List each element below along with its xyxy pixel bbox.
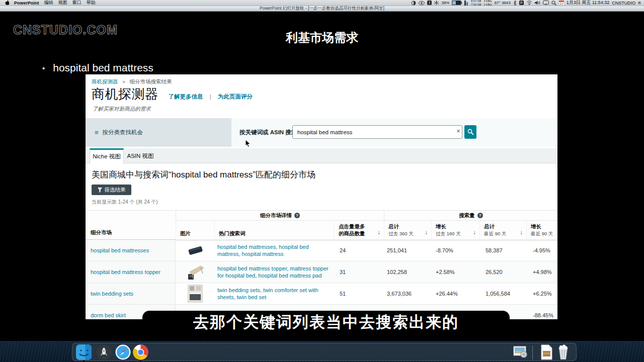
spotlight-search-icon[interactable]	[551, 1, 556, 6]
user-account-menu[interactable]: CNSTUDIO	[612, 1, 635, 6]
search-button[interactable]	[464, 125, 476, 139]
battery-icon[interactable]	[452, 1, 462, 5]
chrome-dock-icon[interactable]	[133, 344, 148, 360]
preview-dock-icon[interactable]	[513, 344, 528, 360]
sort-arrow-icon[interactable]: ↓	[520, 229, 523, 236]
niche-thumbnail	[176, 261, 214, 283]
snowflake-status-icon[interactable]	[434, 1, 439, 5]
column-niche: 细分市场	[86, 211, 176, 240]
wifi-icon[interactable]	[526, 1, 532, 5]
trash-dock-icon[interactable]	[555, 344, 571, 360]
info-icon[interactable]: ?	[477, 213, 483, 218]
niche-link[interactable]: twin bedding sets	[91, 291, 133, 297]
alert-status-icon[interactable]: !	[427, 1, 432, 5]
niche-link[interactable]: hospital bed mattress topper	[91, 269, 160, 275]
window-title: PowerPoint 幻灯片放映 - [一步一步教你选品可行性分析案例-阿甘]	[260, 6, 384, 12]
eye-status-icon[interactable]	[419, 1, 425, 5]
link-divider: |	[210, 94, 211, 100]
rate-page-link[interactable]: 为此页面评分	[218, 94, 253, 100]
search-band: ≡ 按分类查找机会 按关键词或 ASIN 搜索 ×	[86, 118, 557, 147]
tab-asin-view[interactable]: ASIN 视图	[124, 148, 157, 163]
column-total-90: 总计 最近 90 天 ↓	[479, 221, 526, 240]
memory-meter-icon[interactable]	[464, 1, 468, 6]
results-count: 当前显示第 1-24 个 (共 24 个)	[92, 199, 158, 206]
top-keywords-link[interactable]: hospital bed mattress topper, mattress t…	[214, 261, 334, 283]
dock-divider	[532, 345, 533, 359]
niche-link[interactable]: dorm bed skirt	[91, 312, 126, 318]
slide-title: 利基市场需求	[0, 30, 644, 46]
page-title: 商机探测器	[92, 85, 158, 103]
bluetooth-icon[interactable]	[513, 1, 517, 6]
page-tagline: 了解买家对新商品的需求	[93, 106, 151, 113]
learn-more-link[interactable]: 了解更多信息	[169, 94, 203, 100]
network-readout: 0 KB/s1 KB/s	[484, 0, 492, 6]
breadcrumb-separator: >	[122, 79, 125, 84]
table-row[interactable]: hospital bed mattress topper hospital be…	[86, 261, 557, 283]
menu-edit[interactable]: 编辑	[44, 0, 53, 6]
search-label: 按关键词或 ASIN 搜索	[239, 129, 297, 136]
clear-search-icon[interactable]: ×	[454, 127, 462, 135]
breadcrumb-current: 细分市场搜索结果	[130, 78, 172, 84]
niche-table: 细分市场 细分市场详情 ? 图片 热门搜索词 点击量最多 的商品数量 ↓	[86, 210, 557, 319]
funnel-icon	[98, 188, 102, 193]
column-growth-90: 增长 最近 90 天	[526, 221, 557, 240]
niche-thumbnail	[176, 240, 214, 261]
mouse-cursor	[245, 139, 251, 150]
column-growth-180: 增长 过去 180 天 ↓	[431, 221, 479, 240]
top-keywords-link[interactable]: twin bedding sets, twin comforter set wi…	[214, 283, 334, 304]
menu-view[interactable]: 视图	[58, 0, 67, 6]
top-keywords-link[interactable]: hospital bed mattresses, hospital bed ma…	[214, 240, 334, 261]
menu-window[interactable]: 窗口	[72, 0, 82, 6]
downloads-dock-icon[interactable]	[539, 344, 554, 360]
filter-results-button[interactable]: 筛选结果	[92, 185, 131, 195]
tab-niche-view[interactable]: Niche 视图	[90, 148, 124, 163]
browse-categories-button[interactable]: ≡ 按分类查找机会	[86, 118, 231, 147]
group-header-search-volume: 搜索量 ?	[384, 211, 557, 221]
apple-menu-icon[interactable]	[5, 0, 10, 6]
breadcrumb: 商机探测器 > 细分市场搜索结果	[92, 78, 172, 85]
column-total-360: 总计 过去 360 天 ↓	[384, 221, 431, 240]
sort-arrow-icon[interactable]: ↓	[377, 229, 380, 236]
airplay-display-icon[interactable]	[543, 1, 549, 5]
table-row[interactable]: twin bedding sets twin bedding sets, twi…	[86, 283, 557, 305]
niche-thumbnail	[176, 283, 214, 304]
results-heading: 美国商城中与搜索词“hospital bed mattress”匹配的细分市场	[92, 169, 315, 180]
breadcrumb-root-link[interactable]: 商机探测器	[92, 78, 118, 84]
input-method-icon[interactable]: 拼	[519, 1, 524, 5]
running-indicator-dot	[140, 360, 141, 361]
column-image: 图片	[176, 221, 214, 240]
notification-center-icon[interactable]: ≡	[638, 0, 641, 6]
menu-help[interactable]: 帮助	[87, 0, 96, 6]
running-indicator-dot	[83, 360, 85, 361]
slide-bullet: • hospital bed mattress	[42, 62, 153, 74]
spinner-status-icon[interactable]	[411, 1, 416, 6]
opportunity-explorer-screenshot: 商机探测器 > 细分市场搜索结果 商机探测器 了解更多信息 | 为此页面评分 了…	[86, 73, 557, 319]
safari-dock-icon[interactable]	[115, 344, 131, 360]
volume-icon[interactable]	[535, 1, 540, 5]
finder-dock-icon[interactable]	[76, 344, 92, 360]
memory-readout: 8.07 GB7.93 GB	[471, 0, 481, 6]
info-icon[interactable]: ?	[294, 213, 300, 218]
column-keywords: 热门搜索词	[214, 221, 334, 240]
table-row[interactable]: hospital bed mattresses hospital bed mat…	[86, 240, 557, 261]
hamburger-icon: ≡	[95, 129, 99, 136]
menu-clock[interactable]: 1月3日 周五 11:54:32	[567, 0, 609, 6]
macos-dock	[72, 343, 577, 361]
column-top-clicked-products: 点击量最多 的商品数量 ↓	[334, 221, 384, 240]
video-subtitle: 去那个关键词列表当中去搜索出来的	[142, 311, 510, 334]
sort-arrow-icon[interactable]: ↓	[425, 229, 428, 236]
keyword-search-input[interactable]	[292, 125, 462, 139]
sort-arrow-icon[interactable]: ↓	[473, 229, 476, 236]
window-title-bar: PowerPoint 幻灯片放映 - [一步一步教你选品可行性分析案例-阿甘]	[0, 6, 644, 12]
menu-app-name[interactable]: PowerPoint	[14, 1, 39, 6]
view-tabs: Niche 视图 ASIN 视图	[86, 148, 557, 163]
calendar-icon[interactable]	[559, 1, 564, 6]
temperature-readout: 67° 3643	[495, 1, 511, 5]
group-header-details: 细分市场详情 ?	[176, 211, 384, 221]
bullet-marker-icon: •	[42, 64, 45, 72]
table-header: 细分市场 细分市场详情 ? 图片 热门搜索词 点击量最多 的商品数量 ↓	[86, 210, 557, 240]
launchpad-dock-icon[interactable]	[96, 344, 112, 360]
magnifier-icon	[467, 129, 474, 135]
niche-link[interactable]: hospital bed mattresses	[91, 247, 149, 253]
battery-percent: 38%	[441, 1, 449, 5]
